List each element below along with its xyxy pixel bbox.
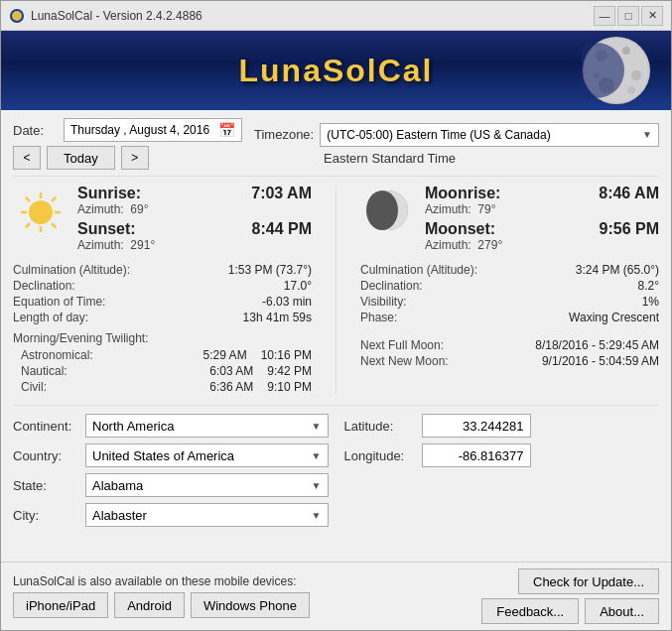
new-moon-row: Next New Moon: 9/1/2016 - 5:04:59 AM bbox=[360, 353, 659, 369]
civil-row: Civil: 6:36 AM 9:10 PM bbox=[13, 379, 312, 395]
twilight-header: Morning/Evening Twilight: bbox=[13, 331, 312, 345]
banner: LunaSolCal bbox=[1, 31, 671, 110]
sun-culmination-label: Culmination (Altitude): bbox=[13, 263, 130, 277]
close-button[interactable]: ✕ bbox=[641, 6, 663, 26]
moonrise-row: Moonrise: 8:46 AM Azimuth: 79° Moonset: … bbox=[360, 185, 659, 256]
window-controls: — □ ✕ bbox=[594, 6, 663, 26]
android-button[interactable]: Android bbox=[114, 592, 185, 618]
city-value: Alabaster bbox=[92, 508, 147, 523]
latitude-input[interactable] bbox=[422, 414, 531, 438]
sun-culmination-value: 1:53 PM (73.7°) bbox=[228, 263, 312, 277]
sun-declination-value: 17.0° bbox=[284, 279, 312, 293]
date-input[interactable]: Thursday , August 4, 2016 📅 bbox=[64, 118, 242, 142]
window: LunaSolCal - Version 2.4.2.4886 — □ ✕ Lu… bbox=[0, 0, 672, 631]
moon-phase-label: Phase: bbox=[360, 311, 397, 324]
svg-line-17 bbox=[52, 223, 56, 227]
sun-icon bbox=[17, 189, 65, 236]
moonset-azimuth: Azimuth: 279° bbox=[425, 238, 659, 252]
latitude-label: Latitude: bbox=[344, 419, 414, 434]
today-button[interactable]: Today bbox=[47, 146, 115, 170]
timezone-select[interactable]: (UTC-05:00) Eastern Time (US & Canada) ▼ bbox=[320, 123, 659, 147]
civil-evening: 9:10 PM bbox=[267, 380, 312, 394]
svg-point-6 bbox=[631, 70, 641, 80]
nautical-label: Nautical: bbox=[13, 364, 92, 378]
next-date-button[interactable]: > bbox=[121, 146, 149, 170]
twilight-section: Morning/Evening Twilight: Astronomical: … bbox=[13, 331, 312, 395]
continent-value: North America bbox=[92, 419, 174, 434]
feedback-button[interactable]: Feedback... bbox=[481, 598, 579, 624]
windows-phone-button[interactable]: Windows Phone bbox=[191, 592, 310, 618]
sunrise-az-label: Azimuth: bbox=[77, 202, 124, 216]
latitude-row: Latitude: bbox=[344, 414, 660, 438]
moon-extra: Next Full Moon: 8/18/2016 - 5:29:45 AM N… bbox=[360, 337, 659, 369]
moonset-az-value: 279° bbox=[477, 238, 502, 252]
date-value: Thursday , August 4, 2016 bbox=[70, 123, 209, 137]
footer-right: Check for Update... Feedback... About... bbox=[481, 568, 659, 624]
footer-buttons-2: Feedback... About... bbox=[481, 598, 659, 624]
title-bar-left: LunaSolCal - Version 2.4.2.4886 bbox=[9, 8, 202, 24]
moon-section: Moonrise: 8:46 AM Azimuth: 79° Moonset: … bbox=[360, 185, 659, 395]
svg-point-1 bbox=[12, 11, 22, 21]
longitude-input[interactable] bbox=[422, 443, 531, 467]
check-update-button[interactable]: Check for Update... bbox=[518, 568, 659, 594]
country-row: Country: United States of America ▼ bbox=[13, 443, 329, 467]
sunrise-az-value: 69° bbox=[130, 202, 148, 216]
longitude-row: Longitude: bbox=[344, 443, 660, 467]
state-label: State: bbox=[13, 478, 77, 493]
sunrise-azimuth: Azimuth: 69° bbox=[77, 202, 312, 216]
country-dropdown-arrow: ▼ bbox=[312, 450, 322, 461]
svg-line-19 bbox=[25, 223, 29, 227]
svg-point-5 bbox=[622, 47, 630, 55]
footer: LunaSolCal is also available on these mo… bbox=[1, 562, 671, 630]
banner-moon-graphic bbox=[582, 36, 651, 105]
city-dropdown-arrow: ▼ bbox=[312, 510, 322, 521]
timezone-sub-label: Eastern Standard Time bbox=[320, 151, 456, 166]
moonrise-az-label: Azimuth: bbox=[425, 202, 471, 216]
svg-point-8 bbox=[627, 86, 635, 94]
full-moon-row: Next Full Moon: 8/18/2016 - 5:29:45 AM bbox=[360, 337, 659, 353]
window-title: LunaSolCal - Version 2.4.2.4886 bbox=[31, 9, 202, 23]
state-select[interactable]: Alabama ▼ bbox=[85, 473, 329, 497]
sun-details: Culmination (Altitude): 1:53 PM (73.7°) … bbox=[13, 262, 312, 325]
sunset-time: 8:44 PM bbox=[252, 220, 312, 238]
continent-select[interactable]: North America ▼ bbox=[85, 414, 329, 438]
length-row: Length of day: 13h 41m 59s bbox=[13, 310, 312, 325]
location-section: Continent: North America ▼ Country: Unit… bbox=[13, 405, 659, 533]
city-label: City: bbox=[13, 508, 77, 523]
date-section: Date: Thursday , August 4, 2016 📅 < Toda… bbox=[13, 118, 242, 170]
continent-row: Continent: North America ▼ bbox=[13, 414, 329, 438]
calendar-icon: 📅 bbox=[218, 122, 235, 138]
city-select[interactable]: Alabaster ▼ bbox=[85, 503, 329, 527]
moon-icon-area bbox=[360, 185, 415, 232]
mobile-buttons: iPhone/iPad Android Windows Phone bbox=[13, 592, 481, 618]
data-section: Sunrise: 7:03 AM Azimuth: 69° Sunset: 8:… bbox=[13, 176, 659, 395]
minimize-button[interactable]: — bbox=[594, 6, 615, 26]
restore-button[interactable]: □ bbox=[617, 6, 639, 26]
moonset-az-label: Azimuth: bbox=[425, 238, 471, 252]
equation-label: Equation of Time: bbox=[13, 295, 105, 309]
footer-buttons: Check for Update... bbox=[518, 568, 659, 594]
timezone-row: Timezone: (UTC-05:00) Eastern Time (US &… bbox=[254, 123, 659, 147]
prev-date-button[interactable]: < bbox=[13, 146, 41, 170]
country-select[interactable]: United States of America ▼ bbox=[85, 443, 329, 467]
sun-declination-row: Declination: 17.0° bbox=[13, 278, 312, 294]
equation-value: -6.03 min bbox=[262, 295, 312, 309]
new-moon-label: Next New Moon: bbox=[360, 354, 449, 368]
moonrise-azimuth: Azimuth: 79° bbox=[425, 202, 659, 216]
moonset-label: Moonset: bbox=[425, 220, 495, 238]
moon-visibility-row: Visibility: 1% bbox=[360, 294, 659, 310]
sunset-azimuth: Azimuth: 291° bbox=[77, 238, 312, 252]
sun-icon-area bbox=[13, 185, 67, 236]
moonrise-time: 8:46 AM bbox=[599, 185, 659, 202]
moon-details: Culmination (Altitude): 3:24 PM (65.0°) … bbox=[360, 262, 659, 325]
sun-culmination-row: Culmination (Altitude): 1:53 PM (73.7°) bbox=[13, 262, 312, 278]
date-row: Date: Thursday , August 4, 2016 📅 bbox=[13, 118, 242, 142]
top-row: Date: Thursday , August 4, 2016 📅 < Toda… bbox=[13, 118, 659, 170]
state-value: Alabama bbox=[92, 478, 143, 493]
length-value: 13h 41m 59s bbox=[243, 311, 312, 324]
new-moon-value: 9/1/2016 - 5:04:59 AM bbox=[542, 354, 659, 368]
moon-culmination-row: Culmination (Altitude): 3:24 PM (65.0°) bbox=[360, 262, 659, 278]
moonrise-label: Moonrise: bbox=[425, 185, 500, 202]
about-button[interactable]: About... bbox=[585, 598, 659, 624]
iphone-button[interactable]: iPhone/iPad bbox=[13, 592, 108, 618]
